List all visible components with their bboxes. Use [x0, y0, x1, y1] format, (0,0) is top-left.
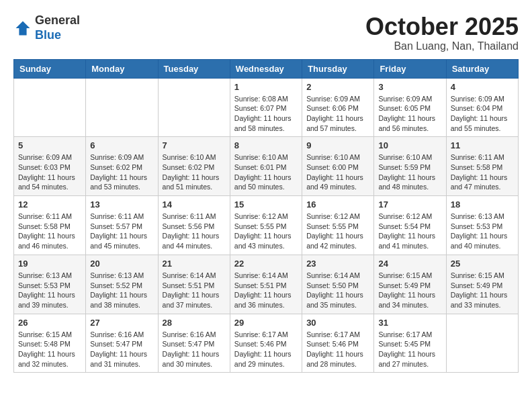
day-number: 24 — [378, 259, 441, 269]
day-number: 31 — [378, 318, 441, 328]
calendar-cell: 5Sunrise: 6:09 AM Sunset: 6:03 PM Daylig… — [14, 137, 86, 196]
calendar-cell: 26Sunrise: 6:15 AM Sunset: 5:48 PM Dayli… — [14, 314, 86, 373]
calendar-cell: 12Sunrise: 6:11 AM Sunset: 5:58 PM Dayli… — [14, 196, 86, 255]
calendar-week-row: 19Sunrise: 6:13 AM Sunset: 5:53 PM Dayli… — [14, 255, 519, 314]
calendar-cell: 3Sunrise: 6:09 AM Sunset: 6:05 PM Daylig… — [374, 78, 446, 137]
day-number: 15 — [234, 199, 298, 210]
calendar-cell — [86, 78, 158, 137]
day-info: Sunrise: 6:11 AM Sunset: 5:58 PM Dayligh… — [18, 212, 81, 251]
calendar-table: SundayMondayTuesdayWednesdayThursdayFrid… — [13, 59, 519, 373]
day-info: Sunrise: 6:15 AM Sunset: 5:49 PM Dayligh… — [378, 271, 441, 310]
calendar-cell: 24Sunrise: 6:15 AM Sunset: 5:49 PM Dayli… — [374, 255, 446, 314]
calendar-cell — [158, 78, 230, 137]
day-number: 8 — [234, 140, 298, 150]
day-info: Sunrise: 6:10 AM Sunset: 6:00 PM Dayligh… — [306, 152, 369, 192]
weekday-header-wednesday: Wednesday — [230, 59, 302, 78]
day-info: Sunrise: 6:14 AM Sunset: 5:51 PM Dayligh… — [234, 271, 298, 310]
day-number: 3 — [378, 82, 441, 92]
calendar-cell: 14Sunrise: 6:11 AM Sunset: 5:56 PM Dayli… — [158, 196, 230, 255]
day-info: Sunrise: 6:09 AM Sunset: 6:04 PM Dayligh… — [451, 94, 514, 134]
day-number: 2 — [306, 82, 369, 92]
day-info: Sunrise: 6:09 AM Sunset: 6:05 PM Dayligh… — [378, 94, 441, 134]
day-info: Sunrise: 6:09 AM Sunset: 6:02 PM Dayligh… — [90, 152, 153, 192]
day-number: 21 — [163, 259, 226, 269]
calendar-cell: 31Sunrise: 6:17 AM Sunset: 5:45 PM Dayli… — [374, 314, 446, 373]
logo-text: General Blue — [35, 13, 80, 42]
day-number: 14 — [163, 199, 226, 210]
calendar-cell: 25Sunrise: 6:15 AM Sunset: 5:49 PM Dayli… — [446, 255, 518, 314]
day-info: Sunrise: 6:15 AM Sunset: 5:48 PM Dayligh… — [18, 330, 81, 369]
day-number: 13 — [90, 199, 153, 210]
page-header: General Blue October 2025 Ban Luang, Nan… — [13, 13, 519, 52]
day-number: 27 — [90, 318, 153, 328]
calendar-cell: 7Sunrise: 6:10 AM Sunset: 6:02 PM Daylig… — [158, 137, 230, 196]
day-info: Sunrise: 6:09 AM Sunset: 6:03 PM Dayligh… — [18, 152, 81, 192]
day-info: Sunrise: 6:09 AM Sunset: 6:06 PM Dayligh… — [306, 94, 369, 134]
day-number: 6 — [90, 140, 153, 150]
logo: General Blue — [13, 13, 80, 42]
calendar-cell: 15Sunrise: 6:12 AM Sunset: 5:55 PM Dayli… — [230, 196, 302, 255]
weekday-header-row: SundayMondayTuesdayWednesdayThursdayFrid… — [14, 59, 519, 78]
day-number: 17 — [378, 199, 441, 210]
calendar-week-row: 12Sunrise: 6:11 AM Sunset: 5:58 PM Dayli… — [14, 196, 519, 255]
day-info: Sunrise: 6:16 AM Sunset: 5:47 PM Dayligh… — [90, 330, 153, 369]
day-number: 19 — [18, 259, 81, 269]
day-number: 7 — [163, 140, 226, 150]
calendar-cell: 27Sunrise: 6:16 AM Sunset: 5:47 PM Dayli… — [86, 314, 158, 373]
calendar-cell: 19Sunrise: 6:13 AM Sunset: 5:53 PM Dayli… — [14, 255, 86, 314]
calendar-cell: 2Sunrise: 6:09 AM Sunset: 6:06 PM Daylig… — [302, 78, 374, 137]
day-number: 12 — [18, 199, 81, 210]
day-info: Sunrise: 6:15 AM Sunset: 5:49 PM Dayligh… — [451, 271, 514, 310]
weekday-header-tuesday: Tuesday — [158, 59, 230, 78]
day-info: Sunrise: 6:14 AM Sunset: 5:50 PM Dayligh… — [306, 271, 369, 310]
day-info: Sunrise: 6:11 AM Sunset: 5:57 PM Dayligh… — [90, 212, 153, 251]
day-info: Sunrise: 6:16 AM Sunset: 5:47 PM Dayligh… — [163, 330, 226, 369]
day-info: Sunrise: 6:13 AM Sunset: 5:52 PM Dayligh… — [90, 271, 153, 310]
calendar-cell: 8Sunrise: 6:10 AM Sunset: 6:01 PM Daylig… — [230, 137, 302, 196]
calendar-week-row: 5Sunrise: 6:09 AM Sunset: 6:03 PM Daylig… — [14, 137, 519, 196]
day-number: 9 — [306, 140, 369, 150]
calendar-week-row: 26Sunrise: 6:15 AM Sunset: 5:48 PM Dayli… — [14, 314, 519, 373]
calendar-cell: 4Sunrise: 6:09 AM Sunset: 6:04 PM Daylig… — [446, 78, 518, 137]
day-number: 5 — [18, 140, 81, 150]
svg-marker-0 — [16, 21, 30, 35]
logo-blue: Blue — [35, 28, 80, 43]
calendar-cell: 28Sunrise: 6:16 AM Sunset: 5:47 PM Dayli… — [158, 314, 230, 373]
weekday-header-thursday: Thursday — [302, 59, 374, 78]
logo-icon — [13, 19, 32, 38]
calendar-cell: 20Sunrise: 6:13 AM Sunset: 5:52 PM Dayli… — [86, 255, 158, 314]
day-info: Sunrise: 6:14 AM Sunset: 5:51 PM Dayligh… — [163, 271, 226, 310]
calendar-week-row: 1Sunrise: 6:08 AM Sunset: 6:07 PM Daylig… — [14, 78, 519, 137]
calendar-cell: 29Sunrise: 6:17 AM Sunset: 5:46 PM Dayli… — [230, 314, 302, 373]
day-number: 29 — [234, 318, 298, 328]
day-number: 4 — [451, 82, 514, 92]
calendar-cell: 16Sunrise: 6:12 AM Sunset: 5:55 PM Dayli… — [302, 196, 374, 255]
day-number: 11 — [451, 140, 514, 150]
day-number: 20 — [90, 259, 153, 269]
calendar-cell: 17Sunrise: 6:12 AM Sunset: 5:54 PM Dayli… — [374, 196, 446, 255]
calendar-cell: 6Sunrise: 6:09 AM Sunset: 6:02 PM Daylig… — [86, 137, 158, 196]
day-info: Sunrise: 6:10 AM Sunset: 6:01 PM Dayligh… — [234, 152, 298, 192]
day-info: Sunrise: 6:13 AM Sunset: 5:53 PM Dayligh… — [18, 271, 81, 310]
calendar-cell: 30Sunrise: 6:17 AM Sunset: 5:46 PM Dayli… — [302, 314, 374, 373]
day-number: 28 — [163, 318, 226, 328]
weekday-header-sunday: Sunday — [14, 59, 86, 78]
calendar-cell — [446, 314, 518, 373]
calendar-cell: 21Sunrise: 6:14 AM Sunset: 5:51 PM Dayli… — [158, 255, 230, 314]
day-info: Sunrise: 6:12 AM Sunset: 5:55 PM Dayligh… — [306, 212, 369, 251]
calendar-cell — [14, 78, 86, 137]
day-info: Sunrise: 6:08 AM Sunset: 6:07 PM Dayligh… — [234, 94, 298, 134]
day-info: Sunrise: 6:17 AM Sunset: 5:46 PM Dayligh… — [234, 330, 298, 369]
title-section: October 2025 Ban Luang, Nan, Thailand — [365, 13, 519, 52]
day-info: Sunrise: 6:11 AM Sunset: 5:58 PM Dayligh… — [451, 152, 514, 192]
day-info: Sunrise: 6:12 AM Sunset: 5:55 PM Dayligh… — [234, 212, 298, 251]
calendar-cell: 10Sunrise: 6:10 AM Sunset: 5:59 PM Dayli… — [374, 137, 446, 196]
calendar-cell: 23Sunrise: 6:14 AM Sunset: 5:50 PM Dayli… — [302, 255, 374, 314]
logo-general: General — [35, 13, 80, 28]
weekday-header-monday: Monday — [86, 59, 158, 78]
calendar-cell: 1Sunrise: 6:08 AM Sunset: 6:07 PM Daylig… — [230, 78, 302, 137]
day-info: Sunrise: 6:11 AM Sunset: 5:56 PM Dayligh… — [163, 212, 226, 251]
weekday-header-saturday: Saturday — [446, 59, 518, 78]
day-number: 18 — [451, 199, 514, 210]
calendar-cell: 18Sunrise: 6:13 AM Sunset: 5:53 PM Dayli… — [446, 196, 518, 255]
